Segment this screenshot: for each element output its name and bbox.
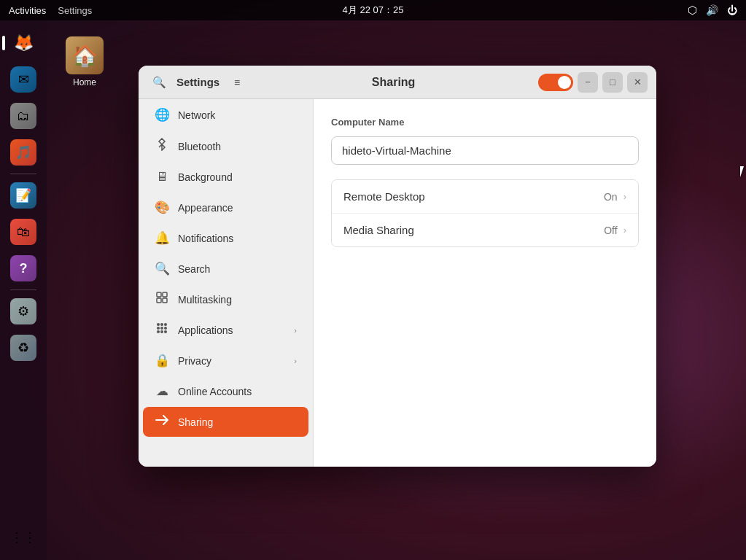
sidebar-item-search[interactable]: 🔍 Search (143, 254, 308, 284)
sidebar-label: Bluetooth (178, 141, 297, 152)
desktop: Activities Settings 4月 22 07：25 ⬡ 🔊 ⏻ 🦊 … (0, 0, 746, 560)
media-sharing-item[interactable]: Media Sharing Off › (332, 214, 638, 246)
close-button[interactable]: ✕ (627, 72, 648, 93)
settings-label: Settings (58, 5, 92, 16)
sharing-list: Remote Desktop On › Media Sharing Off › (331, 179, 639, 247)
network-icon: 🌐 (155, 107, 169, 122)
computer-name-input[interactable] (331, 136, 639, 165)
sidebar-item-appearance[interactable]: 🎨 Appearance (143, 192, 308, 222)
online-accounts-icon: ☁ (155, 384, 169, 399)
sidebar-label: Applications (178, 324, 285, 336)
dock-appstore[interactable]: 🛍 (7, 215, 40, 249)
svg-point-11 (160, 330, 163, 333)
computer-name-label: Computer Name (331, 117, 639, 128)
sharing-toggle[interactable] (538, 74, 573, 91)
dock-firefox[interactable]: 🦊 (7, 26, 40, 60)
svg-rect-2 (157, 298, 161, 303)
dock-grid[interactable]: ⋮⋮ (7, 521, 40, 554)
svg-rect-1 (163, 292, 167, 297)
menu-button[interactable]: ≡ (225, 71, 249, 94)
dock-settings[interactable]: ⚙ (7, 295, 40, 328)
dock-separator2 (10, 289, 36, 290)
svg-point-10 (157, 330, 160, 333)
remote-desktop-chevron: › (623, 191, 626, 202)
dock-rhythmbox[interactable]: 🎵 (7, 136, 40, 169)
applications-icon (155, 322, 169, 338)
media-sharing-status: Off (604, 225, 617, 236)
svg-point-9 (164, 327, 167, 330)
datetime: 4月 22 07：25 (343, 4, 404, 17)
sidebar-item-multitasking[interactable]: Multitasking (143, 284, 308, 314)
background-icon: 🖥 (155, 170, 169, 184)
dock-thunderbird[interactable]: ✉ (7, 63, 40, 96)
sidebar-label: Multitasking (178, 294, 297, 306)
dock-separator (10, 174, 36, 174)
sidebar-item-applications[interactable]: Applications › (143, 315, 308, 345)
media-sharing-chevron: › (623, 225, 626, 236)
bluetooth-icon (155, 138, 169, 155)
volume-icon[interactable]: 🔊 (706, 4, 718, 16)
sidebar-item-privacy[interactable]: 🔒 Privacy › (143, 346, 308, 376)
sidebar-label: Appearance (178, 202, 297, 214)
search-button[interactable]: 🔍 (147, 71, 171, 94)
sidebar-label: Online Accounts (178, 386, 297, 397)
minimize-button[interactable]: − (578, 72, 598, 93)
sidebar: 🌐 Network Bluetooth 🖥 Background (139, 99, 314, 467)
sidebar-item-network[interactable]: 🌐 Network (143, 100, 308, 130)
sidebar-item-background[interactable]: 🖥 Background (143, 163, 308, 192)
remote-desktop-status: On (604, 191, 618, 203)
svg-point-12 (164, 330, 167, 333)
home-icon: 🏠 (66, 36, 104, 74)
main-content: Computer Name Remote Desktop On › Media … (314, 99, 656, 467)
svg-rect-0 (157, 292, 161, 297)
remote-desktop-item[interactable]: Remote Desktop On › (332, 180, 638, 214)
svg-point-6 (164, 323, 167, 326)
power-icon[interactable]: ⏻ (727, 4, 737, 16)
home-icon-label: Home (73, 77, 96, 88)
sidebar-label: Privacy (178, 355, 285, 367)
sidebar-label: Search (178, 263, 297, 275)
chevron-icon: › (294, 357, 297, 365)
cursor (740, 166, 746, 179)
dock-trash[interactable]: ♻ (7, 331, 40, 365)
media-sharing-label: Media Sharing (343, 224, 414, 236)
remote-desktop-label: Remote Desktop (343, 190, 425, 203)
sidebar-item-notifications[interactable]: 🔔 Notifications (143, 223, 308, 253)
home-desktop-icon[interactable]: 🏠 Home (66, 36, 104, 88)
dock-writer[interactable]: 📝 (7, 179, 40, 212)
sidebar-label: Network (178, 109, 297, 121)
dock-files[interactable]: 🗂 (7, 99, 40, 133)
privacy-icon: 🔒 (155, 353, 169, 368)
network-icon[interactable]: ⬡ (688, 4, 697, 17)
svg-point-4 (157, 323, 160, 326)
notifications-icon: 🔔 (155, 230, 169, 246)
multitasking-icon (155, 292, 169, 307)
window-title: Settings (176, 76, 219, 88)
window-body: 🌐 Network Bluetooth 🖥 Background (139, 99, 656, 467)
sidebar-item-sharing[interactable]: Sharing (143, 407, 308, 437)
window-titlebar: 🔍 Settings ≡ Sharing − □ ✕ (139, 66, 656, 99)
sharing-icon (155, 414, 169, 429)
sidebar-label: Notifications (178, 233, 297, 244)
svg-rect-3 (163, 298, 167, 303)
search-icon: 🔍 (155, 261, 169, 276)
svg-point-5 (160, 323, 163, 326)
chevron-icon: › (294, 326, 297, 335)
sidebar-item-online-accounts[interactable]: ☁ Online Accounts (143, 376, 308, 406)
topbar: Activities Settings 4月 22 07：25 ⬡ 🔊 ⏻ (0, 0, 746, 20)
sidebar-label: Sharing (178, 416, 297, 428)
dock: 🦊 ✉ 🗂 🎵 📝 🛍 ? ⚙ ♻ ⋮⋮ (0, 20, 47, 560)
activities-button[interactable]: Activities (9, 5, 46, 16)
section-title: Sharing (249, 76, 538, 89)
sidebar-item-bluetooth[interactable]: Bluetooth (143, 131, 308, 162)
svg-point-8 (160, 327, 163, 330)
settings-window: 🔍 Settings ≡ Sharing − □ ✕ 🌐 Network (139, 66, 656, 467)
svg-point-7 (157, 327, 160, 330)
sidebar-label: Background (178, 171, 297, 183)
appearance-icon: 🎨 (155, 200, 169, 215)
maximize-button[interactable]: □ (602, 72, 623, 93)
dock-help[interactable]: ? (7, 252, 40, 285)
